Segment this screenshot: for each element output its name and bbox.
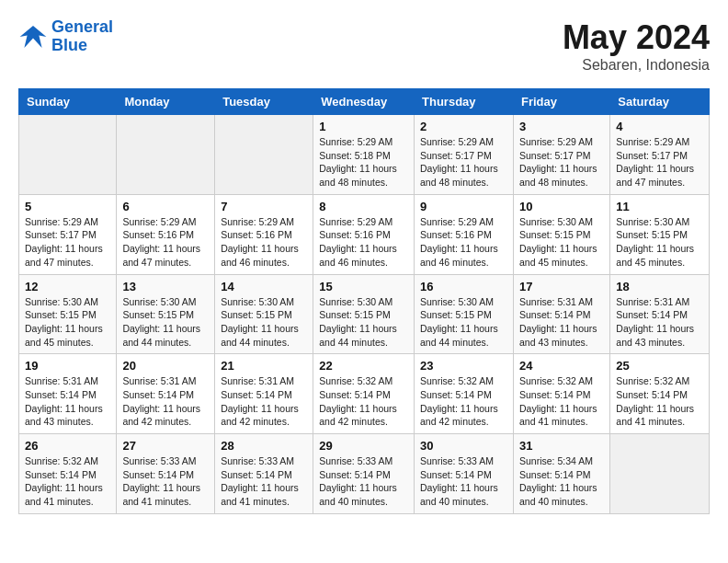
calendar-cell: 10Sunrise: 5:30 AM Sunset: 5:15 PM Dayli… bbox=[513, 194, 609, 274]
calendar-header: SundayMondayTuesdayWednesdayThursdayFrid… bbox=[19, 89, 710, 115]
calendar-cell bbox=[19, 115, 117, 195]
calendar-cell: 26Sunrise: 5:32 AM Sunset: 5:14 PM Dayli… bbox=[19, 434, 117, 514]
day-info: Sunrise: 5:30 AM Sunset: 5:15 PM Dayligh… bbox=[616, 215, 703, 270]
logo-text: General Blue bbox=[51, 18, 113, 55]
day-info: Sunrise: 5:30 AM Sunset: 5:15 PM Dayligh… bbox=[25, 295, 110, 350]
day-number: 23 bbox=[420, 359, 507, 373]
calendar-cell: 8Sunrise: 5:29 AM Sunset: 5:16 PM Daylig… bbox=[313, 194, 415, 274]
calendar-cell: 14Sunrise: 5:30 AM Sunset: 5:15 PM Dayli… bbox=[215, 274, 313, 354]
day-info: Sunrise: 5:30 AM Sunset: 5:15 PM Dayligh… bbox=[420, 295, 507, 350]
day-info: Sunrise: 5:29 AM Sunset: 5:16 PM Dayligh… bbox=[319, 215, 408, 270]
calendar-cell: 15Sunrise: 5:30 AM Sunset: 5:15 PM Dayli… bbox=[313, 274, 415, 354]
day-info: Sunrise: 5:29 AM Sunset: 5:17 PM Dayligh… bbox=[616, 135, 703, 190]
calendar-week-1: 1Sunrise: 5:29 AM Sunset: 5:18 PM Daylig… bbox=[19, 115, 710, 195]
day-number: 3 bbox=[519, 120, 604, 133]
calendar-cell: 18Sunrise: 5:31 AM Sunset: 5:14 PM Dayli… bbox=[610, 274, 710, 354]
calendar-cell: 23Sunrise: 5:32 AM Sunset: 5:14 PM Dayli… bbox=[415, 354, 514, 434]
day-number: 26 bbox=[25, 439, 110, 453]
day-info: Sunrise: 5:33 AM Sunset: 5:14 PM Dayligh… bbox=[319, 454, 408, 509]
calendar-cell: 4Sunrise: 5:29 AM Sunset: 5:17 PM Daylig… bbox=[610, 115, 710, 195]
calendar-cell: 19Sunrise: 5:31 AM Sunset: 5:14 PM Dayli… bbox=[19, 354, 117, 434]
calendar-cell: 24Sunrise: 5:32 AM Sunset: 5:14 PM Dayli… bbox=[513, 354, 609, 434]
day-info: Sunrise: 5:32 AM Sunset: 5:14 PM Dayligh… bbox=[25, 454, 110, 509]
day-info: Sunrise: 5:29 AM Sunset: 5:16 PM Dayligh… bbox=[221, 215, 307, 270]
day-info: Sunrise: 5:29 AM Sunset: 5:17 PM Dayligh… bbox=[25, 215, 110, 270]
day-info: Sunrise: 5:30 AM Sunset: 5:15 PM Dayligh… bbox=[319, 295, 408, 350]
day-number: 17 bbox=[519, 280, 604, 293]
day-number: 2 bbox=[420, 120, 507, 133]
calendar-cell bbox=[215, 115, 313, 195]
day-info: Sunrise: 5:30 AM Sunset: 5:15 PM Dayligh… bbox=[221, 295, 307, 350]
day-number: 29 bbox=[319, 439, 408, 453]
calendar-cell: 27Sunrise: 5:33 AM Sunset: 5:14 PM Dayli… bbox=[117, 434, 215, 514]
day-info: Sunrise: 5:31 AM Sunset: 5:14 PM Dayligh… bbox=[221, 374, 307, 429]
svg-marker-0 bbox=[20, 26, 47, 48]
day-info: Sunrise: 5:32 AM Sunset: 5:14 PM Dayligh… bbox=[319, 374, 408, 429]
day-number: 7 bbox=[221, 200, 307, 213]
calendar-table: SundayMondayTuesdayWednesdayThursdayFrid… bbox=[18, 88, 710, 514]
day-number: 8 bbox=[319, 200, 408, 213]
day-info: Sunrise: 5:31 AM Sunset: 5:14 PM Dayligh… bbox=[25, 374, 110, 429]
calendar-cell: 3Sunrise: 5:29 AM Sunset: 5:17 PM Daylig… bbox=[513, 115, 609, 195]
day-number: 10 bbox=[519, 200, 604, 213]
day-info: Sunrise: 5:33 AM Sunset: 5:14 PM Dayligh… bbox=[420, 454, 507, 509]
calendar-cell: 16Sunrise: 5:30 AM Sunset: 5:15 PM Dayli… bbox=[415, 274, 514, 354]
calendar-week-3: 12Sunrise: 5:30 AM Sunset: 5:15 PM Dayli… bbox=[19, 274, 710, 354]
calendar-cell bbox=[117, 115, 215, 195]
weekday-header-tuesday: Tuesday bbox=[215, 89, 313, 115]
day-info: Sunrise: 5:33 AM Sunset: 5:14 PM Dayligh… bbox=[221, 454, 307, 509]
weekday-header-sunday: Sunday bbox=[19, 89, 117, 115]
day-number: 15 bbox=[319, 280, 408, 293]
day-number: 27 bbox=[122, 439, 209, 453]
page-header: General Blue May 2024 Sebaren, Indonesia bbox=[18, 18, 710, 74]
calendar-cell: 20Sunrise: 5:31 AM Sunset: 5:14 PM Dayli… bbox=[117, 354, 215, 434]
day-info: Sunrise: 5:29 AM Sunset: 5:16 PM Dayligh… bbox=[420, 215, 507, 270]
calendar-cell bbox=[610, 434, 710, 514]
calendar-cell: 2Sunrise: 5:29 AM Sunset: 5:17 PM Daylig… bbox=[415, 115, 514, 195]
weekday-header-thursday: Thursday bbox=[415, 89, 514, 115]
day-number: 14 bbox=[221, 280, 307, 293]
day-info: Sunrise: 5:32 AM Sunset: 5:14 PM Dayligh… bbox=[420, 374, 507, 429]
weekday-header-saturday: Saturday bbox=[610, 89, 710, 115]
day-number: 13 bbox=[122, 280, 209, 293]
calendar-cell: 12Sunrise: 5:30 AM Sunset: 5:15 PM Dayli… bbox=[19, 274, 117, 354]
calendar-cell: 17Sunrise: 5:31 AM Sunset: 5:14 PM Dayli… bbox=[513, 274, 609, 354]
day-number: 12 bbox=[25, 280, 110, 293]
day-info: Sunrise: 5:31 AM Sunset: 5:14 PM Dayligh… bbox=[616, 295, 703, 350]
calendar-cell: 28Sunrise: 5:33 AM Sunset: 5:14 PM Dayli… bbox=[215, 434, 313, 514]
day-info: Sunrise: 5:32 AM Sunset: 5:14 PM Dayligh… bbox=[616, 374, 703, 429]
calendar-cell: 11Sunrise: 5:30 AM Sunset: 5:15 PM Dayli… bbox=[610, 194, 710, 274]
day-number: 19 bbox=[25, 359, 110, 373]
day-info: Sunrise: 5:29 AM Sunset: 5:17 PM Dayligh… bbox=[420, 135, 507, 190]
day-number: 30 bbox=[420, 439, 507, 453]
day-number: 22 bbox=[319, 359, 408, 373]
day-number: 18 bbox=[616, 280, 703, 293]
day-number: 31 bbox=[519, 439, 604, 453]
calendar-week-4: 19Sunrise: 5:31 AM Sunset: 5:14 PM Dayli… bbox=[19, 354, 710, 434]
day-info: Sunrise: 5:29 AM Sunset: 5:18 PM Dayligh… bbox=[319, 135, 408, 190]
weekday-header-row: SundayMondayTuesdayWednesdayThursdayFrid… bbox=[19, 89, 710, 115]
day-number: 5 bbox=[25, 200, 110, 213]
calendar-cell: 5Sunrise: 5:29 AM Sunset: 5:17 PM Daylig… bbox=[19, 194, 117, 274]
title-block: May 2024 Sebaren, Indonesia bbox=[563, 18, 710, 74]
calendar-cell: 9Sunrise: 5:29 AM Sunset: 5:16 PM Daylig… bbox=[415, 194, 514, 274]
calendar-cell: 6Sunrise: 5:29 AM Sunset: 5:16 PM Daylig… bbox=[117, 194, 215, 274]
logo-bird-icon bbox=[18, 22, 48, 52]
day-info: Sunrise: 5:32 AM Sunset: 5:14 PM Dayligh… bbox=[519, 374, 604, 429]
month-title: May 2024 bbox=[563, 18, 710, 57]
day-info: Sunrise: 5:31 AM Sunset: 5:14 PM Dayligh… bbox=[519, 295, 604, 350]
calendar-cell: 29Sunrise: 5:33 AM Sunset: 5:14 PM Dayli… bbox=[313, 434, 415, 514]
day-number: 9 bbox=[420, 200, 507, 213]
day-info: Sunrise: 5:30 AM Sunset: 5:15 PM Dayligh… bbox=[122, 295, 209, 350]
calendar-week-5: 26Sunrise: 5:32 AM Sunset: 5:14 PM Dayli… bbox=[19, 434, 710, 514]
day-number: 20 bbox=[122, 359, 209, 373]
weekday-header-friday: Friday bbox=[513, 89, 609, 115]
day-info: Sunrise: 5:29 AM Sunset: 5:16 PM Dayligh… bbox=[122, 215, 209, 270]
calendar-cell: 22Sunrise: 5:32 AM Sunset: 5:14 PM Dayli… bbox=[313, 354, 415, 434]
day-number: 25 bbox=[616, 359, 703, 373]
logo: General Blue bbox=[18, 18, 113, 55]
day-number: 4 bbox=[616, 120, 703, 133]
calendar-body: 1Sunrise: 5:29 AM Sunset: 5:18 PM Daylig… bbox=[19, 115, 710, 514]
calendar-cell: 31Sunrise: 5:34 AM Sunset: 5:14 PM Dayli… bbox=[513, 434, 609, 514]
day-info: Sunrise: 5:33 AM Sunset: 5:14 PM Dayligh… bbox=[122, 454, 209, 509]
